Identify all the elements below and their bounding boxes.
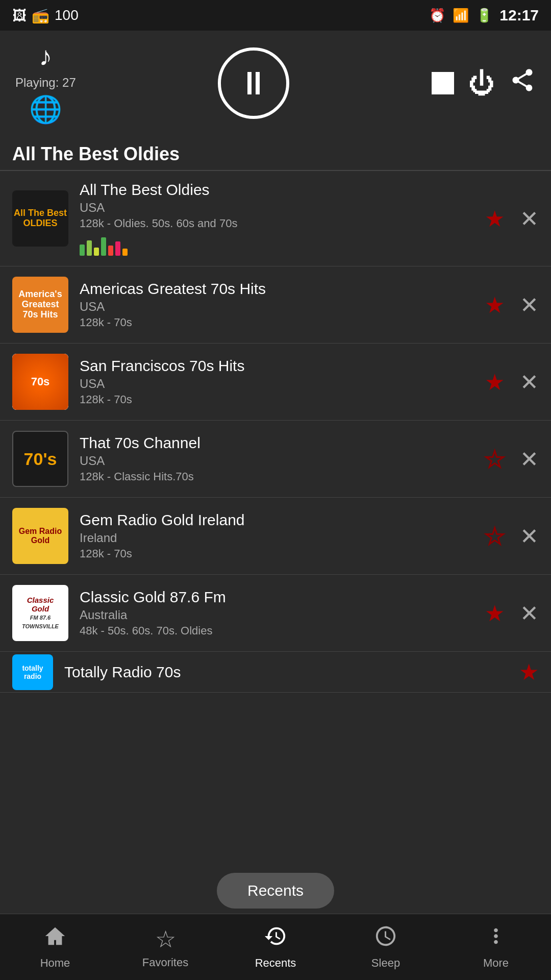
player-header: ♪ Playing: 27 🌐 ⏸ ⏻ — [0, 31, 551, 135]
now-playing-section: All The Best Oldies — [0, 135, 551, 170]
nav-label-home: Home — [40, 957, 70, 970]
more-icon — [484, 924, 508, 953]
status-bar: 🖼 📻 100 ⏰ 📶 🔋 12:17 — [0, 0, 551, 31]
station-country: USA — [80, 201, 480, 215]
status-left-icons: 🖼 📻 100 — [12, 7, 79, 24]
station-actions: ★ ✕ — [485, 600, 539, 626]
station-name: Americas Greatest 70s Hits — [80, 280, 480, 298]
station-bitrate: 128k - 70s — [80, 393, 480, 406]
station-info: All The Best Oldies USA 128k - Oldies. 5… — [80, 181, 480, 256]
remove-button[interactable]: ✕ — [520, 523, 539, 549]
station-country: Ireland — [80, 531, 480, 545]
station-bitrate: 128k - 70s — [80, 547, 480, 560]
equalizer-bars — [80, 235, 480, 256]
favorite-button[interactable]: ★ — [485, 369, 505, 395]
station-list: All The BestOLDIES All The Best Oldies U… — [0, 171, 551, 693]
station-actions: ★ ✕ — [485, 369, 539, 395]
power-button[interactable]: ⏻ — [468, 68, 495, 99]
wifi-icon: 📶 — [453, 8, 469, 23]
station-logo: Gem Radio Gold — [12, 508, 68, 564]
station-name: Gem Radio Gold Ireland — [80, 511, 480, 529]
station-bitrate: 128k - 70s — [80, 316, 480, 329]
globe-icon[interactable]: 🌐 — [29, 94, 62, 125]
recents-icon — [264, 924, 287, 953]
remove-button[interactable]: ✕ — [520, 369, 539, 395]
station-info: That 70s Channel USA 128k - Classic Hits… — [80, 434, 480, 483]
favorite-button[interactable]: ★ — [485, 206, 505, 232]
station-country: USA — [80, 377, 480, 391]
stop-button[interactable] — [432, 72, 454, 94]
station-name: That 70s Channel — [80, 434, 480, 452]
station-logo: ClassicGoldFM 87.6TOWNSVILLE — [12, 585, 68, 641]
nav-item-sleep[interactable]: Sleep — [331, 924, 441, 970]
station-actions: ★ ✕ — [485, 206, 539, 232]
favorite-button[interactable]: ★ — [485, 523, 505, 549]
station-bitrate: 128k - Oldies. 50s. 60s and 70s — [80, 217, 480, 230]
station-country: USA — [80, 454, 480, 468]
status-time: 12:17 — [499, 7, 539, 24]
sleep-icon — [374, 924, 397, 953]
station-info: Americas Greatest 70s Hits USA 128k - 70… — [80, 280, 480, 329]
battery-icon: 🔋 — [476, 8, 492, 23]
nav-label-recents: Recents — [255, 957, 296, 970]
station-item[interactable]: 70s San Franciscos 70s Hits USA 128k - 7… — [0, 344, 551, 421]
remove-button[interactable]: ✕ — [520, 600, 539, 626]
station-bitrate: 128k - Classic Hits.70s — [80, 470, 480, 483]
favorite-button[interactable]: ★ — [485, 600, 505, 626]
remove-button[interactable]: ✕ — [520, 446, 539, 472]
station-country: Australia — [80, 608, 480, 622]
favorites-icon: ☆ — [155, 925, 176, 953]
station-name: All The Best Oldies — [80, 181, 480, 199]
station-logo: totallyradio — [12, 654, 53, 690]
photo-icon: 🖼 — [12, 7, 27, 24]
station-name: Classic Gold 87.6 Fm — [80, 589, 480, 606]
alarm-icon: ⏰ — [429, 8, 445, 23]
station-item[interactable]: Gem Radio Gold Gem Radio Gold Ireland Ir… — [0, 498, 551, 575]
status-right-icons: ⏰ 📶 🔋 12:17 — [429, 7, 539, 24]
station-name: San Franciscos 70s Hits — [80, 357, 480, 375]
nav-item-home[interactable]: Home — [0, 924, 110, 970]
station-item[interactable]: 70's That 70s Channel USA 128k - Classic… — [0, 421, 551, 498]
station-bitrate: 48k - 50s. 60s. 70s. Oldies — [80, 624, 480, 638]
pause-icon: ⏸ — [237, 67, 270, 100]
station-logo: America's Greatest70s Hits — [12, 277, 68, 333]
home-icon — [43, 924, 67, 953]
nav-label-sleep: Sleep — [371, 957, 400, 970]
signal-number: 100 — [55, 7, 79, 23]
station-name: Totally Radio 70s — [64, 664, 514, 681]
favorite-button[interactable]: ★ — [485, 446, 505, 472]
now-playing-title: All The Best Oldies — [12, 143, 180, 164]
station-item[interactable]: ClassicGoldFM 87.6TOWNSVILLE Classic Gol… — [0, 575, 551, 652]
station-item[interactable]: All The BestOLDIES All The Best Oldies U… — [0, 171, 551, 266]
station-item[interactable]: totallyradio Totally Radio 70s ★ — [0, 652, 551, 693]
station-actions: ★ ✕ — [485, 523, 539, 549]
nav-label-favorites: Favorites — [142, 956, 188, 969]
station-actions: ★ ✕ — [485, 292, 539, 318]
station-info: Totally Radio 70s — [64, 664, 514, 681]
favorite-button[interactable]: ★ — [485, 292, 505, 318]
remove-button[interactable]: ✕ — [520, 292, 539, 318]
station-info: Classic Gold 87.6 Fm Australia 48k - 50s… — [80, 589, 480, 638]
nav-label-more: More — [483, 957, 509, 970]
station-logo: All The BestOLDIES — [12, 190, 68, 247]
favorite-button[interactable]: ★ — [519, 659, 539, 685]
music-note-icon: ♪ — [39, 41, 52, 71]
station-country: USA — [80, 300, 480, 314]
station-actions: ★ ✕ — [485, 446, 539, 472]
nav-item-favorites[interactable]: ☆ Favorites — [110, 925, 220, 969]
playing-label: Playing: 27 — [15, 76, 76, 90]
recents-tooltip: Recents — [217, 873, 334, 909]
pause-button[interactable]: ⏸ — [218, 47, 289, 119]
station-actions: ★ — [519, 659, 539, 685]
remove-button[interactable]: ✕ — [520, 206, 539, 232]
station-info: Gem Radio Gold Ireland Ireland 128k - 70… — [80, 511, 480, 560]
bottom-nav: Home ☆ Favorites Recents Sleep More — [0, 914, 551, 980]
station-item[interactable]: America's Greatest70s Hits Americas Grea… — [0, 266, 551, 344]
station-logo: 70's — [12, 431, 68, 487]
radio-icon: 📻 — [32, 7, 49, 24]
station-info: San Franciscos 70s Hits USA 128k - 70s — [80, 357, 480, 406]
nav-item-more[interactable]: More — [441, 924, 551, 970]
nav-item-recents[interactable]: Recents — [220, 924, 331, 970]
share-button[interactable] — [509, 67, 536, 100]
station-logo: 70s — [12, 354, 68, 410]
